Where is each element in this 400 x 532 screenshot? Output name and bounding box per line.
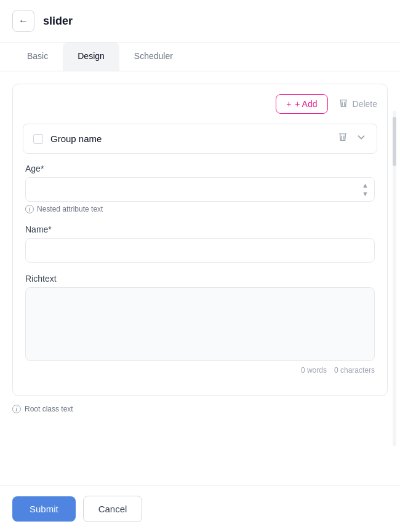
tab-scheduler[interactable]: Scheduler: [119, 42, 188, 71]
footer-buttons: Submit Cancel: [0, 485, 400, 532]
spinner-down-button[interactable]: ▼: [361, 190, 370, 198]
tab-design[interactable]: Design: [63, 42, 119, 71]
back-button[interactable]: ←: [12, 10, 34, 32]
submit-button[interactable]: Submit: [12, 496, 76, 522]
delete-label: Delete: [353, 99, 377, 109]
richtext-textarea[interactable]: [25, 287, 375, 361]
tab-basic[interactable]: Basic: [12, 42, 63, 71]
richtext-field-group: Richtext 0 words 0 characters: [25, 274, 375, 375]
group-name-label: Group name: [50, 133, 102, 144]
group-right: [337, 132, 367, 146]
group-delete-button[interactable]: [337, 132, 348, 146]
fields-area: Age* ▲ ▼ i Nested attribute text Name*: [23, 164, 377, 375]
add-label: + Add: [295, 99, 317, 109]
name-field-group: Name*: [25, 224, 375, 263]
page-title: slider: [43, 15, 73, 28]
chevron-down-icon: [356, 132, 367, 146]
name-label: Name*: [25, 224, 375, 234]
word-count: 0 words: [301, 366, 327, 375]
char-count: 0 characters: [334, 366, 375, 375]
age-helper: i Nested attribute text: [25, 205, 375, 213]
name-input[interactable]: [25, 238, 375, 263]
tabs-bar: Basic Design Scheduler: [0, 42, 400, 71]
delete-button[interactable]: Delete: [338, 98, 377, 111]
spinner-up-button[interactable]: ▲: [361, 181, 370, 189]
scrollbar-thumb[interactable]: [393, 117, 396, 166]
age-helper-text: Nested attribute text: [37, 205, 103, 213]
trash-icon: [338, 98, 349, 111]
back-icon: ←: [18, 15, 28, 26]
info-icon: i: [25, 205, 34, 213]
main-card: + + Add Delete Group name: [12, 84, 388, 396]
group-trash-icon: [337, 132, 348, 146]
root-info-icon: i: [12, 405, 21, 413]
spinner-buttons: ▲ ▼: [361, 181, 370, 198]
card-toolbar: + + Add Delete: [23, 94, 377, 114]
cancel-button[interactable]: Cancel: [83, 496, 143, 522]
add-button[interactable]: + + Add: [276, 94, 327, 114]
richtext-label: Richtext: [25, 274, 375, 284]
plus-icon: +: [286, 99, 291, 109]
group-left: Group name: [33, 133, 102, 144]
header: ← slider: [0, 0, 400, 42]
richtext-wrap: 0 words 0 characters: [25, 287, 375, 375]
age-input-wrap: ▲ ▼: [25, 177, 375, 202]
group-expand-button[interactable]: [356, 132, 367, 146]
root-hint-text: Root class text: [25, 405, 73, 413]
richtext-footer: 0 words 0 characters: [25, 366, 375, 375]
scrollbar-track: [393, 111, 396, 446]
group-row: Group name: [23, 124, 377, 154]
main-content: + + Add Delete Group name: [0, 71, 400, 474]
age-label: Age*: [25, 164, 375, 173]
age-field-group: Age* ▲ ▼ i Nested attribute text: [25, 164, 375, 213]
group-checkbox[interactable]: [33, 134, 43, 144]
age-input[interactable]: [25, 177, 375, 202]
root-class-hint: i Root class text: [12, 405, 388, 413]
